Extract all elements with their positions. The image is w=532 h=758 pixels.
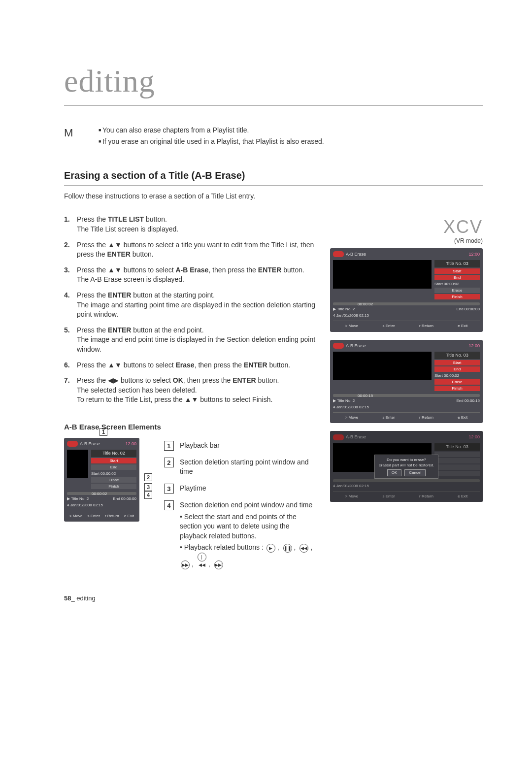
play-time: 00:00:02 (358, 301, 373, 307)
skip-fwd-icon: ▶▶| (214, 560, 223, 569)
step-num: 1. (64, 215, 77, 234)
end-time-label: End 00:00:00 (113, 496, 136, 501)
legend-num: 1 (164, 441, 174, 451)
ab-erase-panel-diagram: A-B Erase 12:00 Title No. 02 Start End S… (64, 438, 139, 522)
steps-list: 1.Press the TITLE LIST button.The Title … (64, 215, 318, 405)
playback-bar[interactable]: 00:00:02 (67, 492, 136, 495)
panel-clock: 12:00 (468, 251, 480, 258)
legend-text: Section deletion starting point window a… (180, 458, 318, 477)
end-button[interactable]: End (91, 464, 136, 470)
playback-bar[interactable]: 00:00:02 (333, 302, 480, 305)
legend-text: Section deletion end point window and ti… (180, 501, 312, 509)
meta-date: 4 Jan/01/2008 02:15 (333, 313, 369, 318)
start-time-label: Start 00:00:02 (91, 471, 136, 476)
legend-return: r Return (105, 513, 119, 519)
legend-exit: e Exit (124, 513, 134, 519)
modal-subtext: Erased part will not be restored. (379, 462, 434, 468)
skip-back-icon: |◀◀ (198, 553, 206, 561)
ab-erase-panel-3: A-B Erase12:00 Title No. 03 4 Jan/01/200… (330, 431, 483, 502)
step-num: 2. (64, 240, 77, 260)
legend-return: r Return (419, 415, 433, 420)
panel-clock: 12:00 (125, 441, 136, 447)
disc-icon (333, 251, 344, 257)
title-number: Title No. 02 (91, 450, 136, 457)
legend-num: 4 (164, 500, 174, 510)
callout-4: 4 (144, 491, 152, 499)
section-intro: Follow these instructions to erase a sec… (64, 192, 483, 201)
ab-erase-panel-2: A-B Erase12:00 Title No. 03 Start End St… (330, 340, 483, 424)
panel-title: A-B Erase (346, 343, 366, 349)
end-time-label: End 00:00:15 (456, 398, 480, 403)
panel-title: A-B Erase (346, 251, 366, 258)
legend-text: Playback bar (180, 441, 220, 451)
step-body: Press the ▲▼ buttons to select a title y… (77, 240, 318, 260)
vr-mode-label: (VR mode) (330, 237, 483, 245)
legend-exit: e Exit (458, 323, 467, 329)
start-time-label: Start 00:00:02 (434, 373, 480, 378)
legend-return: r Return (419, 323, 433, 329)
start-button[interactable]: Start (91, 458, 136, 463)
legend-text: Playtime (180, 484, 206, 494)
meta-title: Title No. 2 (337, 307, 355, 311)
elements-diagram: 1 2 3 4 A-B Erase 12:00 Title No. 02 Sta… (64, 438, 139, 529)
finish-button[interactable]: Finish (434, 294, 480, 299)
preview-area (67, 450, 88, 478)
xcv-label: XCV (330, 215, 483, 239)
note-line-1: You can also erase chapters from a Playl… (99, 126, 324, 135)
cancel-button[interactable]: Cancel (404, 469, 426, 476)
play-icon: ▶ (266, 544, 275, 553)
legend-move: > Move (69, 513, 82, 519)
erase-confirm-modal: Do you want to erase? Erased part will n… (330, 431, 483, 502)
step-body: Press the ENTER button at the starting p… (77, 291, 318, 320)
elements-legend: 1Playback bar 2Section deletion starting… (164, 441, 318, 577)
step-body: Press the ▲▼ buttons to select A-B Erase… (77, 265, 304, 285)
playback-bar[interactable]: 00:00:15 (333, 394, 480, 397)
fastfwd-icon: ▶▶ (181, 560, 190, 569)
erase-button[interactable]: Erase (91, 477, 136, 483)
note-line-2: If you erase an original title used in a… (99, 137, 324, 147)
icon-title: ▶ (67, 496, 70, 501)
step-body: Press the ▲▼ buttons to select Erase, th… (77, 361, 290, 370)
meta-date: 4 Jan/01/2008 02:15 (333, 404, 369, 410)
preview-area (333, 352, 432, 380)
ab-erase-panel-1: A-B Erase12:00 Title No. 03 Start End St… (330, 248, 483, 332)
legend-sub: • Playback related buttons : (180, 543, 264, 551)
title-number: Title No. 03 (434, 260, 480, 267)
end-button[interactable]: End (434, 366, 480, 372)
legend-enter: s Enter (88, 513, 100, 519)
legend-move: > Move (345, 415, 358, 420)
start-time-label: Start 00:00:02 (434, 281, 480, 287)
disc-icon (67, 441, 78, 447)
end-button[interactable]: End (434, 275, 480, 280)
callout-2: 2 (144, 473, 152, 481)
legend-sub: • Select the start and end points of the… (180, 512, 318, 541)
title-number: Title No. 03 (434, 352, 480, 359)
step-num: 7. (64, 376, 77, 405)
erase-button[interactable]: Erase (434, 288, 480, 293)
page-number: 58 (64, 594, 71, 602)
step-num: 5. (64, 326, 77, 355)
ok-button[interactable]: OK (387, 469, 402, 476)
step-num: 6. (64, 361, 77, 370)
play-time: 00:00:02 (92, 491, 107, 496)
pause-icon: ❚❚ (283, 544, 292, 553)
section-heading: Erasing a section of a Title (A-B Erase) (64, 168, 483, 186)
panel-clock: 12:00 (468, 343, 480, 349)
legend-num: 2 (164, 458, 174, 467)
start-button[interactable]: Start (434, 360, 480, 365)
chapter-title: editing (64, 59, 483, 106)
end-time-label: End 00:00:00 (456, 306, 480, 312)
legend-num: 3 (164, 484, 174, 494)
meta-title: Title No. 2 (337, 398, 355, 403)
step-num: 3. (64, 265, 77, 285)
legend-exit: e Exit (458, 415, 467, 420)
finish-button[interactable]: Finish (434, 386, 480, 391)
finish-button[interactable]: Finish (91, 484, 136, 489)
legend-enter: s Enter (382, 415, 395, 420)
step-body: Press the ENTER button at the end point.… (77, 326, 318, 355)
erase-button[interactable]: Erase (434, 379, 480, 385)
preview-area (333, 260, 432, 289)
callout-1: 1 (100, 428, 107, 436)
start-button[interactable]: Start (434, 268, 480, 274)
page-footer: 58_ editing (64, 594, 483, 603)
